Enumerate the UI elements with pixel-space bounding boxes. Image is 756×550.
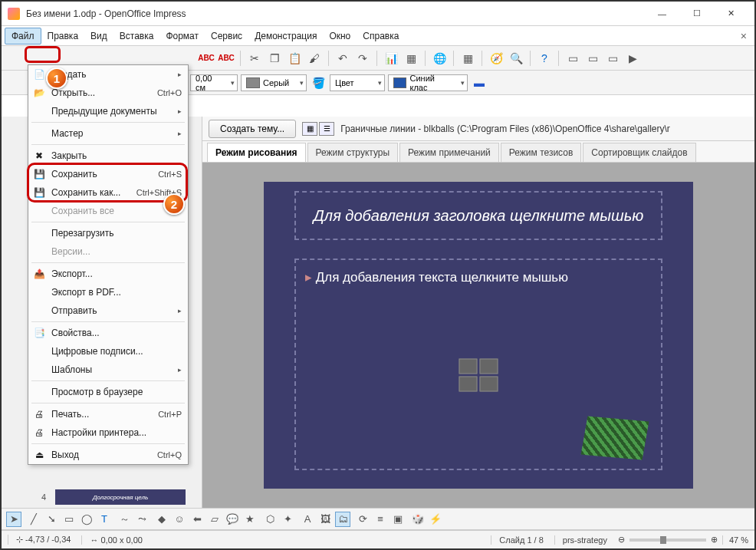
table-icon[interactable]: ▦ — [403, 50, 419, 67]
autospell-icon[interactable]: ABC — [218, 50, 235, 67]
menu-item-sign[interactable]: Цифровые подписи... — [28, 342, 188, 361]
menu-item-print[interactable]: 🖨Печать...Ctrl+P — [28, 405, 188, 423]
menu-item-exit[interactable]: ⏏ВыходCtrl+Q — [28, 446, 188, 464]
zoom-value[interactable]: 47 % — [722, 535, 748, 545]
chart-icon[interactable]: 📊 — [383, 50, 399, 67]
line-width-combo[interactable]: 0,00 см — [190, 74, 238, 91]
help-icon[interactable]: ? — [536, 50, 553, 67]
close-button[interactable]: ✕ — [714, 3, 748, 25]
menu-window[interactable]: Окно — [323, 28, 357, 44]
slide-layout-icon[interactable]: ▭ — [584, 50, 601, 67]
tab-drawing[interactable]: Режим рисования — [207, 143, 306, 162]
arrange-icon[interactable]: ▣ — [390, 512, 406, 527]
slide-icon[interactable]: ▭ — [564, 50, 581, 67]
fill-type-combo[interactable]: Цвет — [330, 74, 385, 91]
insert-table-icon[interactable] — [459, 358, 478, 374]
menu-item-exportpdf[interactable]: Экспорт в PDF... — [28, 283, 188, 301]
rect-tool-icon[interactable]: ▭ — [61, 512, 77, 527]
grid-icon[interactable]: ▦ — [459, 50, 476, 67]
slide-design-icon[interactable]: ▭ — [604, 50, 621, 67]
menu-slideshow[interactable]: Демонстрация — [248, 28, 323, 44]
document-close-icon[interactable]: × — [736, 30, 751, 42]
menu-view[interactable]: Вид — [84, 28, 113, 44]
zoom-out-icon[interactable]: ⊖ — [618, 535, 625, 545]
ellipse-tool-icon[interactable]: ◯ — [79, 512, 94, 527]
menu-file[interactable]: Файл — [5, 28, 41, 44]
gallery-icon-view[interactable]: ▦ — [302, 122, 317, 136]
select-tool-icon[interactable]: ➤ — [6, 512, 21, 527]
symbol-shapes-icon[interactable]: ☺ — [172, 512, 187, 527]
tab-notes[interactable]: Режим примечаний — [399, 143, 499, 162]
spellcheck-icon[interactable]: ABC — [198, 50, 215, 67]
navigator-icon[interactable]: 🧭 — [488, 50, 505, 67]
menu-format[interactable]: Формат — [159, 28, 205, 44]
stars-icon[interactable]: ★ — [242, 512, 258, 527]
menu-item-browser-preview[interactable]: Просмотр в браузере — [28, 383, 188, 401]
insert-chart-icon[interactable] — [480, 358, 498, 374]
extrusion-icon[interactable]: 🎲 — [410, 512, 426, 527]
menu-item-printer-settings[interactable]: 🖨Настройки принтера... — [28, 423, 188, 442]
menu-item-send[interactable]: Отправить▸ — [28, 301, 188, 320]
from-file-icon[interactable]: 🖼 — [317, 512, 333, 527]
menu-help[interactable]: Справка — [357, 28, 405, 44]
block-arrows-icon[interactable]: ⬅ — [189, 512, 205, 527]
maximize-button[interactable]: ☐ — [679, 3, 714, 25]
annotation-highlight-1 — [25, 46, 61, 63]
menu-item-templates[interactable]: Шаблоны▸ — [28, 361, 188, 379]
workspace: Создать тему... ▦ ☰ Граничные линии - bl… — [202, 117, 754, 508]
zoom-icon[interactable]: 🔍 — [508, 50, 524, 67]
fontwork-icon[interactable]: A — [300, 512, 315, 527]
tab-outline[interactable]: Режим структуры — [307, 143, 399, 162]
undo-icon[interactable]: ↶ — [334, 50, 351, 67]
tab-handout[interactable]: Режим тезисов — [501, 143, 582, 162]
glue-tool-icon[interactable]: ✦ — [280, 512, 295, 527]
line-color-combo[interactable]: Серый — [241, 74, 307, 91]
create-theme-button[interactable]: Создать тему... — [209, 120, 296, 138]
text-tool-icon[interactable]: T — [97, 512, 112, 527]
gallery-list-view[interactable]: ☰ — [319, 122, 334, 136]
paste-icon[interactable]: 📋 — [286, 50, 303, 67]
menu-item-properties[interactable]: 📑Свойства... — [28, 324, 188, 342]
format-paintbrush-icon[interactable]: 🖌 — [306, 50, 323, 67]
zoom-slider[interactable] — [629, 538, 706, 542]
slide-canvas[interactable]: Для добавления заголовка щелкните мышью … — [202, 163, 754, 508]
drawing-toolbar: ➤ ╱ ➘ ▭ ◯ T ～ ⤳ ◆ ☺ ⬅ ▱ 💬 ★ ⬡ ✦ A 🖼 🗂 ⟳ … — [2, 508, 754, 530]
tab-sorter[interactable]: Сортировщик слайдов — [583, 143, 695, 162]
minimize-button[interactable]: — — [645, 3, 679, 25]
menu-edit[interactable]: Правка — [41, 28, 85, 44]
curve-tool-icon[interactable]: ～ — [117, 512, 132, 527]
connector-tool-icon[interactable]: ⤳ — [134, 512, 150, 527]
slide-title-placeholder[interactable]: Для добавления заголовка щелкните мышью — [294, 191, 662, 240]
print-icon: 🖨 — [33, 408, 45, 420]
line-tool-icon[interactable]: ╱ — [26, 512, 41, 527]
align-icon[interactable]: ≡ — [373, 512, 388, 527]
copy-icon[interactable]: ❐ — [266, 50, 283, 67]
basic-shapes-icon[interactable]: ◆ — [154, 512, 169, 527]
menu-item-reload[interactable]: Перезагрузить — [28, 224, 188, 242]
hyperlink-icon[interactable]: 🌐 — [431, 50, 448, 67]
slide-content-placeholder[interactable]: Для добавления текста щелкните мышью — [294, 259, 662, 470]
shadow-icon[interactable]: ▬ — [471, 74, 488, 91]
menu-item-recent[interactable]: Предыдущие документы▸ — [28, 102, 188, 120]
menu-item-wizard[interactable]: Мастер▸ — [28, 124, 188, 143]
slide[interactable]: Для добавления заголовка щелкните мышью … — [264, 182, 693, 489]
slide-thumbnail[interactable]: Долгосрочная цель — [55, 489, 186, 505]
fill-color-combo[interactable]: Синий клас — [388, 74, 468, 91]
redo-icon[interactable]: ↷ — [354, 50, 371, 67]
fill-bucket-icon[interactable]: 🪣 — [310, 74, 327, 91]
menu-insert[interactable]: Вставка — [113, 28, 160, 44]
gallery-icon[interactable]: 🗂 — [335, 512, 350, 527]
callout-icon[interactable]: 💬 — [225, 512, 240, 527]
interaction-icon[interactable]: ⚡ — [428, 512, 443, 527]
cut-icon[interactable]: ✂ — [246, 50, 263, 67]
zoom-in-icon[interactable]: ⊕ — [711, 535, 718, 545]
rotate-icon[interactable]: ⟳ — [355, 512, 370, 527]
menu-item-export[interactable]: 📤Экспорт... — [28, 265, 188, 283]
points-tool-icon[interactable]: ⬡ — [262, 512, 278, 527]
flowchart-icon[interactable]: ▱ — [207, 512, 222, 527]
menu-tools[interactable]: Сервис — [205, 28, 248, 44]
insert-movie-icon[interactable] — [480, 376, 498, 391]
slideshow-icon[interactable]: ▶ — [624, 50, 641, 67]
insert-image-icon[interactable] — [459, 376, 478, 391]
arrow-tool-icon[interactable]: ➘ — [44, 512, 59, 527]
